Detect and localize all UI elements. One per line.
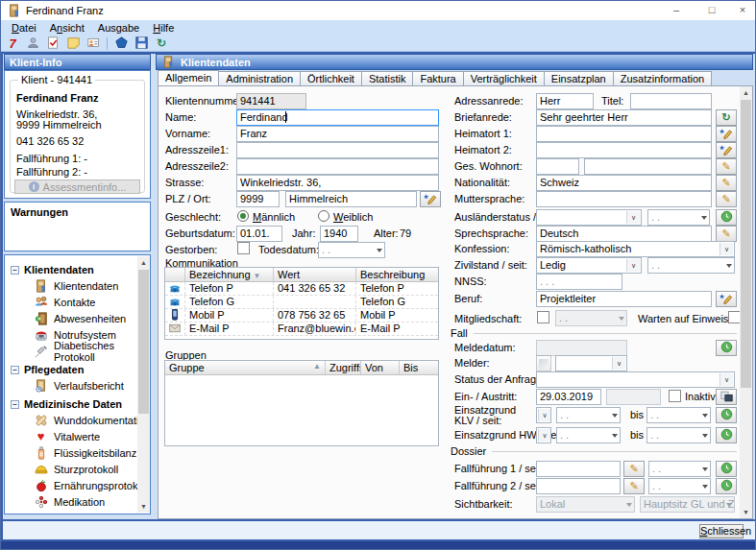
adressanrede-field[interactable]: Herr [536,93,594,109]
ges-wohnort-ort-field[interactable] [584,158,712,175]
nav-group-klientendaten[interactable]: −Klientendaten [5,262,150,277]
hw-combo[interactable]: ∨ [536,427,551,443]
eintritt-field[interactable]: 29.03.2019 [536,389,601,405]
fallfuehrung2-history-button[interactable] [716,478,737,494]
nav-item-wunddokumentation[interactable]: Wunddokumentation [5,412,150,428]
nav-scrollbar[interactable]: ▲ ▼ [137,256,150,513]
plz-lookup-button[interactable] [420,191,441,207]
kommunikation-row[interactable]: E-Mail P Franz@bluewin.ch E-Mail P [165,323,438,336]
toolbar-person-button[interactable] [24,36,41,51]
auslaenderstatus-history-button[interactable] [716,209,737,226]
tab-zusatzinformation[interactable]: Zusatzinformation [614,71,712,86]
wert-column-header[interactable]: Wert [274,268,356,281]
gestorben-checkbox[interactable] [237,242,250,254]
strasse-field[interactable]: Winkelriedstr. 36, [236,175,439,191]
fallfuehrung1-seit-combo[interactable]: . . [648,461,711,477]
tab-statistik[interactable]: Statistik [362,71,414,86]
scrollbar-thumb[interactable] [741,100,751,388]
weiblich-radio[interactable] [318,210,329,222]
collapse-icon[interactable]: − [11,400,19,409]
auslaenderstatus-combo[interactable]: ∨ [536,209,642,226]
toolbar-refresh-button[interactable]: ↻ [153,36,170,51]
muttersprache-edit-button[interactable]: ✎ [716,191,737,207]
nav-item-verlaufsbericht[interactable]: Verlaufsbericht [5,377,150,394]
scroll-down-arrow[interactable]: ▼ [137,500,150,513]
ein-austritt-detail-button[interactable] [716,389,737,405]
zivilstand-seit-combo[interactable]: . . [647,257,735,274]
toolbar-task-button[interactable] [44,36,61,51]
klv-bis-combo[interactable]: . . [646,407,711,423]
heimatort1-lookup-button[interactable] [716,126,737,142]
heimatort2-field[interactable] [536,142,712,158]
maximize-button[interactable]: □ [697,1,726,19]
scroll-down-arrow[interactable]: ▼ [740,506,752,518]
fallfuehrung1-edit-button[interactable]: ✎ [623,461,645,477]
von-column-header[interactable]: Von [361,361,400,374]
plz-field[interactable]: 9999 [236,191,280,207]
vorname-field[interactable]: Franz [236,126,439,142]
auslaenderstatus-seit-combo[interactable]: . . [647,209,710,226]
adresszeile2-field[interactable] [236,158,439,175]
collapse-icon[interactable]: − [11,266,19,275]
fallfuehrung1-history-button[interactable] [716,461,737,477]
nnss-field[interactable]: . . . [536,274,622,290]
schliessen-button[interactable]: Schliessen [699,524,744,538]
toolbar-polygon-button[interactable] [112,36,130,51]
kommunikation-row[interactable]: Telefon G Telefon G [165,296,438,309]
nav-item-fluessigkeitsbilanz[interactable]: Flüssigkeitsbilanz [5,444,150,461]
adresszeile1-field[interactable] [236,142,439,158]
ges-wohnort-plz-field[interactable] [536,158,579,175]
nationalitaet-edit-button[interactable]: ✎ [716,175,737,191]
klv-history-button[interactable] [716,407,737,423]
gruppe-column-header[interactable]: Gruppe▲ [165,361,326,374]
todesdatum-combo[interactable]: . . [318,242,385,258]
toolbar-seven-button[interactable]: 7 [4,36,21,51]
mitgliedschaft-date-combo[interactable]: . . [555,310,627,326]
titel-field[interactable] [630,93,712,109]
heimatort1-field[interactable] [536,126,712,142]
fallfuehrung2-seit-combo[interactable]: . . [648,478,711,494]
melder-picker-button[interactable] [536,355,551,371]
tab-einsatzplan[interactable]: Einsatzplan [545,71,614,86]
beruf-field[interactable]: Projektleiter [536,291,712,307]
heimatort2-lookup-button[interactable] [716,142,737,158]
tab-allgemein[interactable]: Allgemein [158,70,219,86]
nav-item-medikation[interactable]: Medikation [5,493,150,510]
name-field[interactable]: Ferdinand [236,109,439,126]
menu-ansicht[interactable]: Ansicht [43,21,91,36]
briefanrede-refresh-button[interactable]: ↻ [716,109,737,126]
scroll-up-arrow[interactable]: ▲ [137,256,150,269]
sprechsprache-edit-button[interactable]: ✎ [716,226,737,242]
toolbar-person-card-button[interactable] [85,36,102,51]
minimize-button[interactable]: – [662,1,691,19]
nav-item-ernaehrungsprotokoll[interactable]: Ernährungsprotokoll [5,477,150,493]
nav-item-vitalwerte[interactable]: ♥Vitalwerte [5,428,150,444]
tab-faktura[interactable]: Faktura [413,71,463,86]
nav-item-abwesenheiten[interactable]: Abwesenheiten [5,310,150,326]
nav-item-klientendaten[interactable]: Klientendaten [5,277,150,294]
menu-ausgabe[interactable]: Ausgabe [91,21,146,36]
scrollbar-thumb[interactable] [138,270,149,414]
menu-datei[interactable]: Datei [5,21,43,36]
scroll-up-arrow[interactable]: ▲ [740,86,752,99]
nationalitaet-field[interactable]: Schweiz [536,175,712,191]
form-scrollbar[interactable]: ▲ ▼ [740,86,752,518]
briefanrede-field[interactable]: Sehr geehrter Herr [536,109,712,126]
nav-item-kontakte[interactable]: Kontakte [5,294,150,310]
tab-oertlichkeit[interactable]: Örtlichkeit [301,71,362,86]
fallfuehrung2-edit-button[interactable]: ✎ [623,478,645,494]
kommunikation-row[interactable]: Mobil P 078 756 32 65 Mobil P [165,309,438,323]
ges-wohnort-edit-button[interactable]: ✎ [716,158,737,175]
hw-history-button[interactable] [716,427,737,443]
bis-column-header[interactable]: Bis [400,361,438,374]
hw-seit-combo[interactable]: . . [556,427,621,443]
geburtsdatum-field[interactable]: 01.01. [236,226,282,242]
nav-item-sturzprotokoll[interactable]: Sturzprotokoll [5,461,150,477]
menu-hilfe[interactable]: Hilfe [146,21,181,36]
klv-seit-combo[interactable]: . . [556,407,621,423]
ort-field[interactable]: Himmelreich [285,191,417,207]
tab-vertraeglichkeit[interactable]: Verträglichkeit [464,71,545,86]
fallfuehrung1-field[interactable] [536,461,621,477]
nav-group-pflegedaten[interactable]: −Pflegedaten [5,362,150,377]
melder-combo[interactable]: ∨ [555,355,627,371]
